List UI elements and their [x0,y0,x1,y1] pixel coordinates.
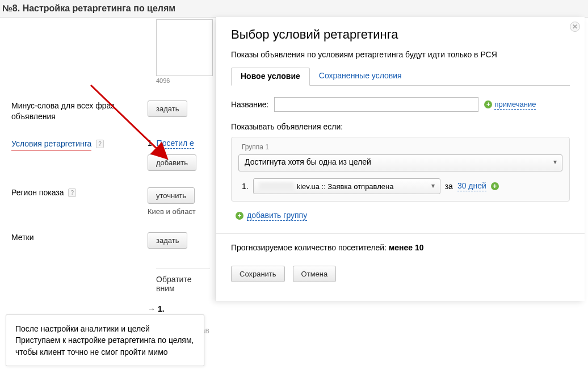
row-tags: Метки задать [11,232,210,249]
add-group-link[interactable]: добавить группу [247,211,307,221]
add-retarget-button[interactable]: добавить [148,154,196,171]
add-group[interactable]: + добавить группу [236,211,307,221]
annotation-caption: После настройки аналитики и целей Присту… [6,315,204,366]
forecast-value: менее 10 [389,243,424,252]
goal-text: kiev.ua :: Заявка отправлена [297,182,394,191]
name-row: Название: + примечание [231,97,570,112]
action-row: Сохранить Отмена [231,266,570,282]
minus-words-set-button[interactable]: задать [148,100,187,117]
goal-domain-blur [259,182,293,190]
retarget-visited-link[interactable]: Посетил е [157,139,194,149]
region-label: Регион показа [11,188,64,197]
per-label: за [445,182,453,191]
tab-saved-conditions[interactable]: Сохраненные условия [310,68,411,86]
group-box: Группа 1 Достигнута хотя бы одна из целе… [231,137,570,202]
name-input[interactable] [274,97,478,112]
tags-label: Метки [11,232,142,243]
region-subtext: Киев и област [148,207,196,216]
help-icon[interactable]: ? [68,188,76,198]
rule-select[interactable]: Достигнута хотя бы одна из целей [238,154,562,171]
plus-icon[interactable]: + [484,100,492,108]
retargeting-modal: ✕ Выбор условий ретаргетинга Показы объя… [216,17,585,301]
goal-select[interactable]: kiev.ua :: Заявка отправлена [253,178,440,194]
show-if-label: Показывать объявления если: [231,122,570,131]
minus-words-label: Минус-слова для всех фраз объявления [11,100,142,122]
save-button[interactable]: Сохранить [231,266,285,282]
image-caption: 4096 [156,77,210,84]
goal-row: 1. kiev.ua :: Заявка отправлена за 30 дн… [242,178,562,194]
modal-title: Выбор условий ретаргетинга [231,27,570,42]
left-panel: 4096 Минус-слова для всех фраз объявлени… [0,17,216,344]
row-minus-words: Минус-слова для всех фраз объявления зад… [11,100,210,122]
help-icon[interactable]: ? [96,140,104,149]
divider [216,233,585,234]
plus-icon: + [236,212,243,220]
forecast-label: Прогнозируемое количество посетителей: [231,243,387,252]
row-retargeting: Условия ретаргетинга ? 1. Посетил е доба… [11,138,210,171]
add-goal-icon[interactable]: + [491,182,499,190]
retargeting-conditions-link[interactable]: Условия ретаргетинга [11,139,91,150]
name-label: Название: [231,100,268,109]
close-icon[interactable]: ✕ [570,22,580,32]
retarget-index: 1. [148,139,154,148]
row-region: Регион показа ? уточнить Киев и област [11,187,210,216]
modal-description: Показы объявления по условиям ретаргетин… [231,50,570,59]
goal-index: 1. [242,182,249,191]
cancel-button[interactable]: Отмена [293,266,337,282]
group-title: Группа 1 [242,143,562,151]
page-title: №8. Настройка ретаргетинга по целям [0,0,588,18]
days-link[interactable]: 30 дней [457,181,486,191]
image-thumbnail [156,19,213,76]
tabs: Новое условие Сохраненные условия [231,67,570,86]
forecast: Прогнозируемое количество посетителей: м… [231,243,570,252]
region-button[interactable]: уточнить [148,187,195,204]
attention-text: Обратите вним [156,269,210,293]
tab-new-condition[interactable]: Новое условие [231,68,310,86]
note-link[interactable]: примечание [494,100,536,110]
tags-button[interactable]: задать [148,232,187,249]
